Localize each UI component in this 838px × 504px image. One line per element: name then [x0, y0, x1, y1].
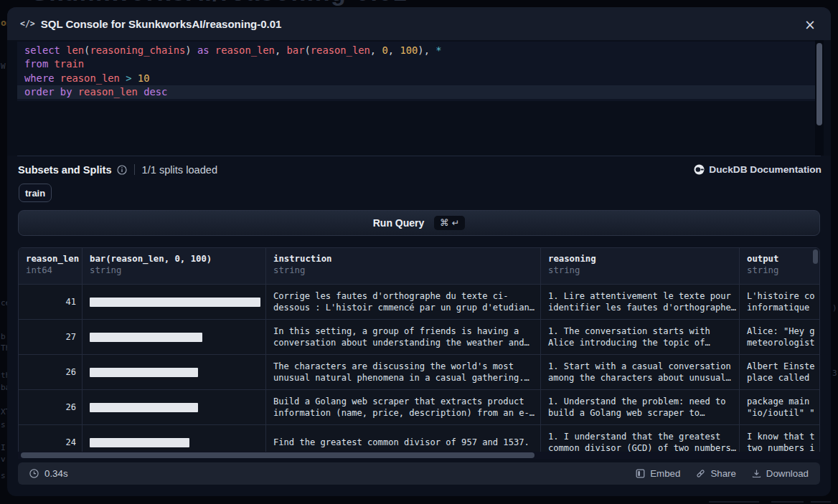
background-page-title: SkunkworksAI/reasoning-0.01: [32, 0, 408, 6]
cell-instruction: In this setting, a group of friends is h…: [265, 320, 540, 354]
cell-output: package main "io/ioutil" ": [739, 390, 820, 424]
download-icon: [752, 469, 761, 478]
cell-output: Albert Einsteplace called: [739, 355, 820, 389]
editor-scrollbar-thumb[interactable]: [816, 43, 822, 125]
editor-scrollbar[interactable]: [815, 40, 824, 156]
column-header: instructionstring: [265, 248, 540, 284]
cell-reason-len: 26: [19, 390, 82, 424]
vertical-separator: [134, 164, 135, 175]
duckdb-docs-label: DuckDB Documentation: [709, 164, 821, 175]
cell-reasoning: 1. Lire attentivement le texte pourident…: [540, 285, 739, 319]
cell-instruction: The characters are discussing the world'…: [265, 355, 540, 389]
table-row[interactable]: 27In this setting, a group of friends is…: [19, 319, 819, 354]
cell-bar: [82, 285, 265, 319]
cell-bar: [82, 320, 265, 354]
subsets-title: Subsets and Splits: [18, 164, 112, 176]
share-icon: [696, 469, 705, 478]
code-line[interactable]: select len(reasoning_chains) as reason_l…: [17, 44, 815, 57]
close-icon[interactable]: ×: [804, 18, 816, 31]
table-row[interactable]: 41Corrige les fautes d'orthographe du te…: [19, 284, 819, 319]
modal-title: SQL Console for SkunkworksAI/reasoning-0…: [41, 18, 282, 30]
embed-button[interactable]: Embed: [636, 468, 680, 479]
column-header: reasoningstring: [540, 248, 739, 284]
status-bar: 0.34s Embed Share Download: [18, 462, 820, 485]
bar-visualization: [90, 333, 202, 342]
sql-console-modal: </> SQL Console for SkunkworksAI/reasoni…: [7, 7, 831, 496]
download-button[interactable]: Download: [752, 468, 809, 479]
subsets-row: Subsets and Splits 1/1 splits loaded: [18, 163, 217, 176]
run-query-label: Run Query: [373, 217, 425, 229]
cell-reason-len: 27: [19, 320, 82, 354]
results-table: reason_lenint64bar(reason_len, 0, 100)st…: [18, 247, 820, 459]
code-icon: </>: [20, 19, 35, 29]
keyboard-shortcut-badge: ⌘ ↵: [434, 216, 465, 230]
bar-visualization: [90, 438, 189, 447]
cell-reason-len: 26: [19, 355, 82, 389]
cell-output: L'histoire coinformatique: [739, 285, 820, 319]
column-header: reason_lenint64: [19, 248, 82, 284]
column-header: bar(reason_len, 0, 100)string: [82, 248, 265, 284]
cell-bar: [82, 355, 265, 389]
cell-reason-len: 41: [19, 285, 82, 319]
table-header: reason_lenint64bar(reason_len, 0, 100)st…: [19, 248, 819, 284]
modal-header: </> SQL Console for SkunkworksAI/reasoni…: [7, 7, 831, 40]
cell-bar: [82, 390, 265, 424]
bar-visualization: [90, 368, 198, 377]
clock-icon: [29, 469, 39, 478]
sql-editor[interactable]: select len(reasoning_chains) as reason_l…: [7, 40, 831, 156]
cell-reasoning: 1. Understand the problem: need tobuild …: [540, 390, 739, 424]
splits-loaded-status: 1/1 splits loaded: [142, 164, 217, 176]
code-line[interactable]: order by reason_len desc: [17, 85, 815, 99]
cell-instruction: Corrige les fautes d'orthographe du text…: [265, 285, 540, 319]
column-header: outputstring: [739, 248, 820, 284]
bar-visualization: [90, 298, 260, 307]
table-vertical-scrollbar[interactable]: [813, 249, 818, 264]
code-line[interactable]: where reason_len > 10: [17, 72, 815, 85]
cell-instruction: Build a Golang web scraper that extracts…: [265, 390, 540, 424]
cell-output: Alice: "Hey gmeteorologist: [739, 320, 820, 354]
horizontal-scrollbar-thumb[interactable]: [21, 452, 535, 458]
duckdb-icon: [694, 164, 705, 175]
query-duration: 0.34s: [29, 468, 68, 479]
table-row[interactable]: 26Build a Golang web scraper that extrac…: [19, 389, 819, 424]
section-divider: [17, 156, 821, 156]
embed-icon: [636, 469, 645, 478]
cell-reasoning: 1. The conversation starts withAlice int…: [540, 320, 739, 354]
duckdb-docs-link[interactable]: DuckDB Documentation: [694, 163, 821, 176]
bar-visualization: [90, 403, 198, 412]
cell-reasoning: 1. Start with a casual conversationamong…: [540, 355, 739, 389]
table-horizontal-scrollbar[interactable]: [18, 452, 820, 459]
run-query-button[interactable]: Run Query ⌘ ↵: [18, 210, 820, 236]
split-chip-train[interactable]: train: [19, 184, 52, 202]
code-line[interactable]: from train: [17, 57, 815, 71]
share-button[interactable]: Share: [696, 468, 735, 479]
info-icon[interactable]: [117, 165, 127, 175]
code-content: select len(reasoning_chains) as reason_l…: [17, 42, 815, 101]
table-row[interactable]: 26The characters are discussing the worl…: [19, 354, 819, 389]
